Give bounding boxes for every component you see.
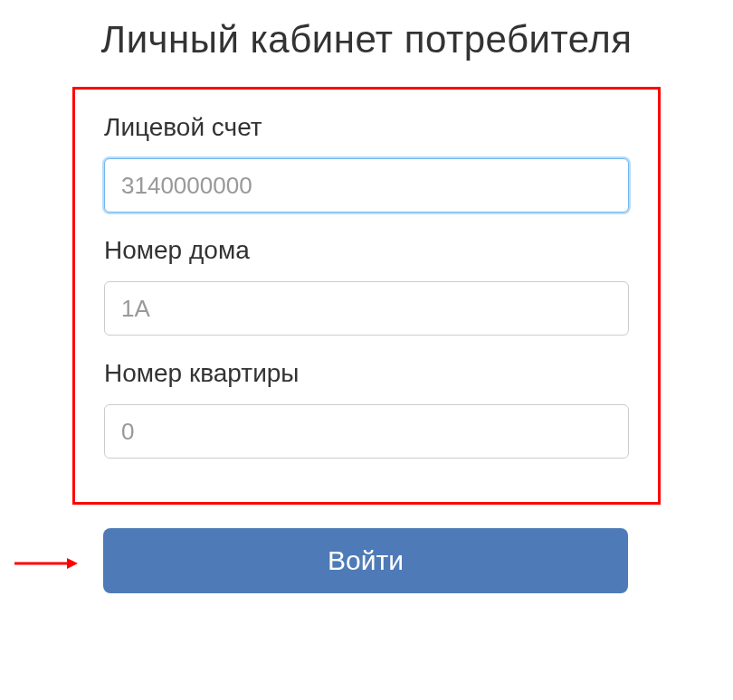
- login-button[interactable]: Войти: [103, 528, 628, 593]
- house-label: Номер дома: [104, 236, 629, 265]
- house-input[interactable]: [104, 281, 629, 336]
- apartment-input[interactable]: [104, 404, 629, 459]
- arrow-right-icon: [14, 557, 78, 568]
- page-title: Личный кабинет потребителя: [0, 0, 733, 87]
- login-form-highlight: Лицевой счет Номер дома Номер квартиры: [72, 87, 661, 505]
- account-label: Лицевой счет: [104, 113, 629, 142]
- apartment-label: Номер квартиры: [104, 359, 629, 388]
- account-input[interactable]: [104, 158, 629, 213]
- svg-marker-1: [67, 558, 78, 569]
